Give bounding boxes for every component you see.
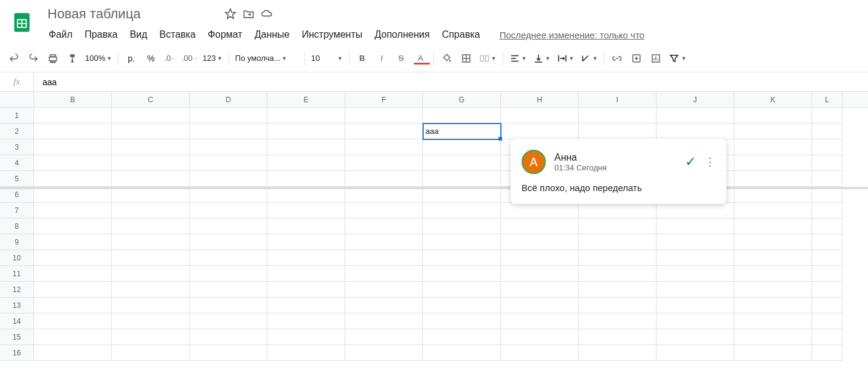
cell[interactable] (267, 139, 345, 155)
cell[interactable] (112, 203, 190, 218)
cell[interactable] (345, 171, 423, 187)
cell[interactable] (579, 108, 656, 124)
cell[interactable] (501, 234, 579, 250)
cell[interactable] (112, 155, 190, 171)
cell[interactable] (345, 282, 423, 298)
cell[interactable] (656, 298, 734, 313)
cell[interactable] (34, 124, 112, 139)
cell[interactable] (345, 313, 423, 329)
document-title[interactable] (44, 5, 218, 23)
currency-button[interactable]: р. (122, 49, 140, 68)
cell[interactable] (579, 218, 656, 234)
cell[interactable] (501, 124, 579, 139)
cell[interactable] (267, 124, 345, 139)
cell[interactable] (190, 266, 267, 282)
sheets-logo[interactable] (10, 10, 34, 34)
cell[interactable] (345, 108, 423, 124)
row-header[interactable]: 15 (0, 329, 34, 345)
cell[interactable] (190, 155, 267, 171)
decrease-decimal-icon[interactable]: .0← (161, 49, 179, 68)
menu-addons[interactable]: Дополнения (370, 27, 435, 43)
move-folder-icon[interactable] (243, 8, 255, 20)
cell[interactable] (734, 171, 812, 187)
cell[interactable] (656, 329, 734, 345)
menu-insert[interactable]: Вставка (154, 27, 200, 43)
cell[interactable] (423, 266, 501, 282)
cell[interactable] (579, 345, 656, 361)
undo-icon[interactable] (5, 49, 23, 68)
fill-color-icon[interactable] (438, 49, 456, 68)
cell[interactable] (579, 298, 656, 313)
cell[interactable] (501, 329, 579, 345)
cell[interactable] (112, 345, 190, 361)
cell[interactable] (345, 298, 423, 313)
cell[interactable] (267, 282, 345, 298)
cell[interactable] (112, 108, 190, 124)
row-header[interactable]: 8 (0, 218, 34, 234)
row-header[interactable]: 1 (0, 108, 34, 124)
merge-dropdown[interactable]: ▼ (477, 49, 499, 68)
paint-format-icon[interactable] (63, 49, 81, 68)
cell[interactable] (345, 234, 423, 250)
cell[interactable] (812, 282, 842, 298)
cell[interactable] (423, 345, 501, 361)
print-icon[interactable] (44, 49, 62, 68)
menu-edit[interactable]: Правка (80, 27, 122, 43)
more-vert-icon[interactable]: ⋮ (704, 155, 715, 169)
cell[interactable] (190, 298, 267, 313)
star-icon[interactable] (224, 8, 236, 20)
cell[interactable] (190, 250, 267, 266)
cell[interactable] (734, 139, 812, 155)
cell[interactable] (812, 124, 842, 139)
cell[interactable] (190, 329, 267, 345)
cell[interactable] (34, 203, 112, 218)
cell[interactable] (112, 329, 190, 345)
cell[interactable] (812, 218, 842, 234)
cell[interactable] (34, 329, 112, 345)
col-header[interactable]: D (190, 92, 267, 107)
cell[interactable] (734, 250, 812, 266)
cell[interactable] (190, 124, 267, 139)
menu-help[interactable]: Справка (437, 27, 485, 43)
row-header[interactable]: 9 (0, 234, 34, 250)
cell[interactable] (34, 250, 112, 266)
cell[interactable] (501, 218, 579, 234)
cell[interactable] (812, 345, 842, 361)
cell[interactable] (656, 203, 734, 218)
cell[interactable] (34, 266, 112, 282)
cell[interactable] (267, 345, 345, 361)
row-header[interactable]: 5 (0, 171, 34, 187)
col-header[interactable]: K (734, 92, 812, 107)
cell[interactable] (501, 345, 579, 361)
wrap-dropdown[interactable]: ▼ (554, 49, 577, 68)
cell[interactable] (267, 329, 345, 345)
cell[interactable] (267, 218, 345, 234)
cell[interactable] (501, 313, 579, 329)
col-header[interactable]: H (501, 92, 579, 107)
row-header[interactable]: 3 (0, 139, 34, 155)
cell[interactable] (112, 234, 190, 250)
cell[interactable] (190, 108, 267, 124)
rotate-dropdown[interactable]: ▼ (577, 49, 600, 68)
cell[interactable] (190, 313, 267, 329)
zoom-dropdown[interactable]: 100%▼ (83, 49, 114, 68)
cell[interactable] (112, 171, 190, 187)
cell[interactable] (579, 203, 656, 218)
cell[interactable] (579, 329, 656, 345)
cell[interactable] (423, 171, 501, 187)
frozen-row-line[interactable] (0, 187, 868, 189)
cell[interactable] (656, 250, 734, 266)
cell[interactable] (734, 282, 812, 298)
cell[interactable] (423, 203, 501, 218)
select-all-corner[interactable] (0, 92, 34, 107)
cell[interactable] (112, 250, 190, 266)
comment-icon[interactable] (627, 49, 646, 68)
chart-icon[interactable] (647, 49, 665, 68)
cell[interactable] (579, 124, 656, 139)
cell[interactable] (812, 171, 842, 187)
last-edit-link[interactable]: Последнее изменение: только что (500, 30, 645, 40)
fontsize-dropdown[interactable]: 10▼ (309, 49, 345, 68)
cell[interactable] (734, 313, 812, 329)
italic-icon[interactable]: I (373, 49, 391, 68)
cell[interactable] (267, 234, 345, 250)
